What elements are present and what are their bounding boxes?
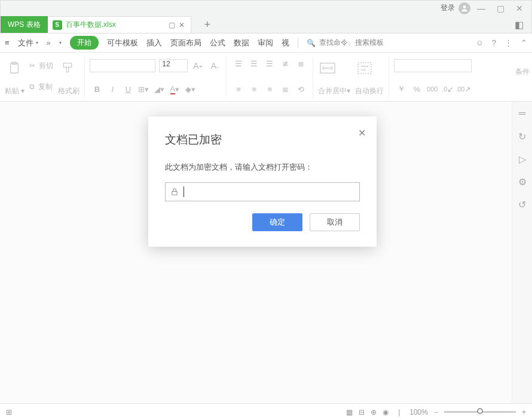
add-tab-button[interactable]: + <box>198 16 216 33</box>
zoom-percent[interactable]: 100% <box>409 408 428 416</box>
zoom-in-button[interactable]: + <box>522 408 526 416</box>
fill-color-button[interactable]: ◢▾ <box>152 82 166 96</box>
hamburger-icon[interactable]: ≡ <box>5 38 10 47</box>
zoom-slider[interactable] <box>444 411 516 413</box>
titlebar: 登录 — ▢ ✕ <box>0 0 532 16</box>
tab-window-icon[interactable]: ▢ <box>169 21 175 29</box>
svg-rect-3 <box>64 63 72 68</box>
document-name: 百事牛数据.xlsx <box>66 20 116 30</box>
format-painter-icon[interactable] <box>58 56 77 80</box>
tab-layout[interactable]: 页面布局 <box>170 38 201 48</box>
smiley-icon[interactable]: ☺ <box>475 38 483 47</box>
increase-decimal-button[interactable]: .0↙ <box>441 82 455 96</box>
format-painter-label[interactable]: 格式刷 <box>58 86 80 96</box>
align-top-icon[interactable]: ☰ <box>231 56 246 70</box>
collapse-ribbon-icon[interactable]: ⌃ <box>521 38 527 47</box>
zoom-out-button[interactable]: − <box>434 408 438 416</box>
percent-button[interactable]: % <box>409 82 424 96</box>
tab-start[interactable]: 开始 <box>70 36 99 50</box>
dialog-close-button[interactable]: ✕ <box>358 127 366 139</box>
wrap-label[interactable]: 自动换行 <box>355 86 384 96</box>
view-break-icon[interactable]: ⊕ <box>371 408 377 416</box>
copy-button[interactable]: ⧉ 复制 <box>29 77 53 96</box>
text-cursor <box>184 186 184 197</box>
maximize-button[interactable]: ▢ <box>492 3 509 14</box>
history-icon[interactable]: ↺ <box>516 198 528 210</box>
zoom-handle[interactable] <box>477 408 483 414</box>
lock-icon <box>170 188 179 196</box>
settings-icon[interactable]: ⚙ <box>516 176 528 188</box>
panel-toggle-icon[interactable]: ◧ <box>510 16 528 33</box>
ribbon-toolbar: 粘贴 ▾ ✂ 剪切 ⧉ 复制 格式刷 12 A+ A- B I U ⊞▾ ◢▾ … <box>0 53 532 102</box>
bold-button[interactable]: B <box>90 82 104 96</box>
merge-label[interactable]: 合并居中▾ <box>318 86 350 96</box>
orientation-icon[interactable]: ⟲ <box>293 82 308 96</box>
paste-label[interactable]: 粘贴 ▾ <box>5 86 25 96</box>
dialog-message: 此文档为加密文档，请输入文档打开密码： <box>148 156 377 179</box>
svg-rect-6 <box>172 191 177 195</box>
justify-icon[interactable]: ≣ <box>278 82 292 96</box>
select-icon[interactable]: ▷ <box>516 153 528 165</box>
cancel-button[interactable]: 取消 <box>310 213 360 231</box>
font-color-button[interactable]: A▾ <box>167 82 182 96</box>
app-tab[interactable]: WPS 表格 <box>1 16 48 33</box>
underline-button[interactable]: U <box>121 82 135 96</box>
close-button[interactable]: ✕ <box>511 3 528 14</box>
more-menu[interactable]: » <box>47 38 51 47</box>
wrap-text-icon[interactable] <box>355 56 374 80</box>
align-center-icon[interactable]: ≡ <box>247 82 261 96</box>
cut-button[interactable]: ✂ 剪切 <box>29 56 53 75</box>
search-area[interactable]: 🔍 查找命令、搜索模板 <box>307 38 384 48</box>
align-left-icon[interactable]: ≡ <box>231 82 246 96</box>
conditional-format-label[interactable]: 条件 <box>515 67 530 77</box>
decrease-decimal-button[interactable]: .00↗ <box>456 82 470 96</box>
increase-font-icon[interactable]: A+ <box>191 59 204 72</box>
view-page-icon[interactable]: ⊟ <box>359 408 365 416</box>
number-format-select[interactable] <box>394 59 472 72</box>
align-middle-icon[interactable]: ☰ <box>247 56 261 70</box>
panel-handle-icon[interactable]: ═ <box>516 108 528 119</box>
chevron-down-icon: ▾ <box>36 40 38 45</box>
tab-close-icon[interactable]: ✕ <box>179 21 185 29</box>
currency-button[interactable]: ￥ <box>394 82 408 96</box>
align-bottom-icon[interactable]: ☰ <box>262 56 277 70</box>
help-icon[interactable]: ? <box>492 38 496 47</box>
chevron-down-icon[interactable]: ▾ <box>59 40 62 45</box>
minimize-button[interactable]: — <box>473 3 490 14</box>
highlight-button[interactable]: ◆▾ <box>183 82 197 96</box>
paste-icon[interactable] <box>5 56 24 80</box>
merge-cells-icon[interactable] <box>318 56 337 80</box>
align-right-icon[interactable]: ≡ <box>262 82 277 96</box>
tab-formula[interactable]: 公式 <box>210 38 225 48</box>
border-button[interactable]: ⊞▾ <box>136 82 151 96</box>
menubar: ≡ 文件 ▾ » ▾ 开始 可牛模板 插入 页面布局 公式 数据 审阅 视 🔍 … <box>0 33 532 53</box>
view-normal-icon[interactable]: ▦ <box>346 408 353 416</box>
spreadsheet-icon: S <box>53 20 62 30</box>
tab-view[interactable]: 视 <box>282 38 289 48</box>
svg-point-0 <box>463 5 466 8</box>
indent-increase-icon[interactable]: ≣ <box>293 56 308 70</box>
tab-template[interactable]: 可牛模板 <box>107 38 138 48</box>
file-menu[interactable]: 文件 ▾ <box>18 38 38 48</box>
refresh-icon[interactable]: ↻ <box>516 130 528 142</box>
tab-review[interactable]: 审阅 <box>258 38 273 48</box>
status-icon[interactable]: ⊞ <box>6 408 12 416</box>
thousands-button[interactable]: 000 <box>425 82 439 96</box>
login-link[interactable]: 登录 <box>441 3 455 13</box>
divider <box>298 38 298 48</box>
font-name-select[interactable] <box>90 59 155 72</box>
italic-button[interactable]: I <box>105 82 120 96</box>
document-tab[interactable]: S 百事牛数据.xlsx ▢ ✕ <box>48 16 191 33</box>
decrease-font-icon[interactable]: A- <box>208 59 221 72</box>
avatar-icon[interactable] <box>458 2 470 14</box>
tab-insert[interactable]: 插入 <box>146 38 162 48</box>
ok-button[interactable]: 确定 <box>252 213 302 231</box>
indent-decrease-icon[interactable]: ≢ <box>278 56 292 70</box>
font-size-select[interactable]: 12 <box>159 59 188 72</box>
password-input[interactable] <box>189 188 354 197</box>
search-placeholder: 查找命令、搜索模板 <box>319 38 384 48</box>
tab-data[interactable]: 数据 <box>234 38 249 48</box>
password-input-wrapper[interactable] <box>165 182 360 201</box>
vertical-dots-icon[interactable]: ⋮ <box>505 38 512 47</box>
view-read-icon[interactable]: ◉ <box>383 408 389 416</box>
